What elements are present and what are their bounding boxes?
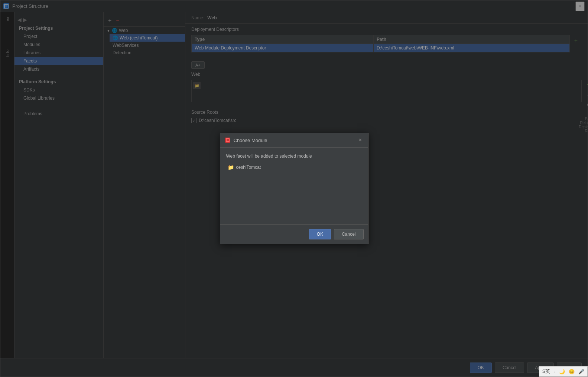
module-folder-icon: 📁 (228, 164, 234, 170)
modal-footer: OK Cancel (220, 224, 368, 244)
modal-close-button[interactable]: × (357, 136, 363, 144)
ime-dot[interactable]: · (553, 369, 556, 374)
modal-dialog: Choose Module × Web facet will be added … (220, 133, 368, 244)
svg-rect-4 (227, 139, 229, 141)
modal-icon (225, 137, 231, 143)
modal-body: Web facet will be added to selected modu… (220, 148, 368, 224)
ime-toolbar: S英 · 🌙 😊 🎤 (539, 366, 588, 377)
modal-cancel-button[interactable]: Cancel (334, 229, 363, 239)
modal-title-bar: Choose Module × (220, 133, 368, 148)
modal-description: Web facet will be added to selected modu… (226, 154, 362, 159)
ime-emoji[interactable]: 😊 (568, 369, 575, 374)
modal-overlay: Choose Module × Web facet will be added … (0, 0, 588, 377)
ime-mic[interactable]: 🎤 (578, 369, 585, 374)
ime-moon[interactable]: 🌙 (558, 369, 566, 374)
main-window: Project Structure × ea hiTo ◀ ▶ Project … (0, 0, 588, 377)
module-item-label: ceshiTomcat (236, 165, 261, 170)
module-list-item[interactable]: 📁 ceshiTomcat (226, 163, 362, 171)
modal-title-left: Choose Module (225, 137, 267, 143)
ime-s-english[interactable]: S英 (542, 368, 551, 375)
modal-ok-button[interactable]: OK (309, 229, 331, 239)
modal-title-text: Choose Module (234, 138, 267, 143)
